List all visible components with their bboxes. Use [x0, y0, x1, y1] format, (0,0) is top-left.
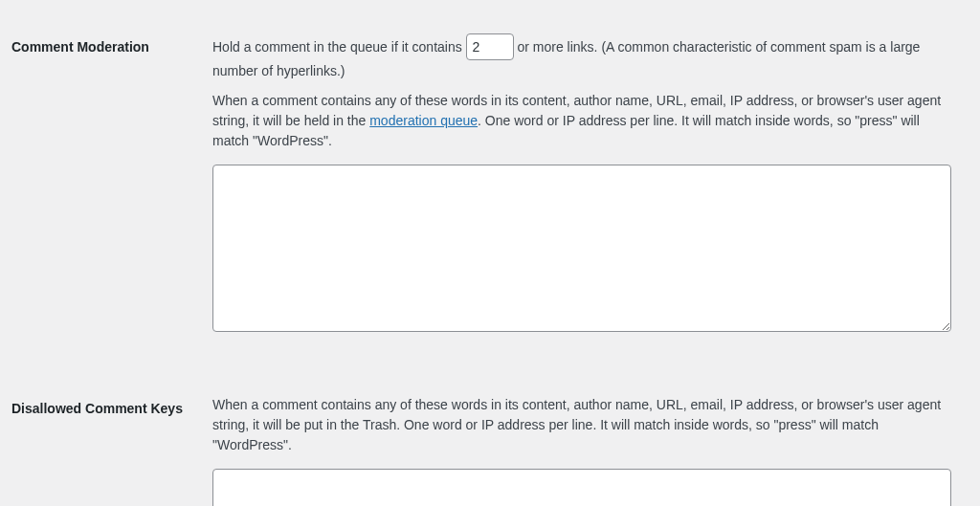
moderation-queue-link[interactable]: moderation queue — [369, 113, 478, 128]
moderation-description: When a comment contains any of these wor… — [212, 91, 951, 151]
disallowed-keys-heading: Disallowed Comment Keys — [11, 381, 203, 506]
hold-links-paragraph: Hold a comment in the queue if it contai… — [212, 33, 951, 81]
hold-text-before: Hold a comment in the queue if it contai… — [212, 39, 466, 55]
comment-max-links-input[interactable] — [466, 33, 514, 60]
comment-moderation-heading: Comment Moderation — [11, 19, 203, 352]
moderation-keys-textarea[interactable] — [212, 165, 951, 332]
disallowed-keys-textarea[interactable] — [212, 469, 951, 506]
disallowed-description: When a comment contains any of these wor… — [212, 395, 951, 455]
